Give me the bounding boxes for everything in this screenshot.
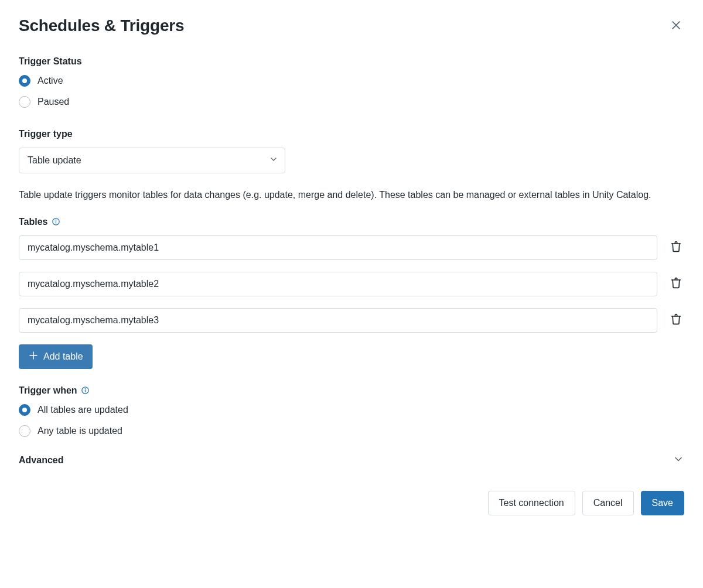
close-button[interactable] (668, 17, 684, 35)
plus-icon (28, 350, 39, 363)
delete-table-button-0[interactable] (668, 238, 684, 257)
trigger-when-group: All tables are updated Any table is upda… (19, 404, 684, 437)
status-option-paused[interactable]: Paused (19, 96, 684, 108)
when-option-any[interactable]: Any table is updated (19, 425, 684, 437)
info-icon[interactable] (81, 386, 90, 395)
trigger-type-label: Trigger type (19, 129, 684, 139)
add-table-label: Add table (43, 351, 83, 362)
trigger-when-label: Trigger when (19, 385, 77, 396)
radio-unselected-icon (19, 425, 30, 437)
trigger-status-label: Trigger Status (19, 56, 684, 67)
radio-selected-icon (19, 75, 30, 87)
table-row (19, 272, 684, 296)
table-input-2[interactable] (19, 308, 657, 333)
when-option-all-label: All tables are updated (37, 405, 128, 415)
status-option-active-label: Active (37, 76, 63, 86)
delete-table-button-1[interactable] (668, 275, 684, 293)
trigger-status-group: Active Paused (19, 75, 684, 108)
when-option-all[interactable]: All tables are updated (19, 404, 684, 416)
tables-list (19, 235, 684, 333)
trigger-type-value: Table update (28, 155, 81, 166)
radio-unselected-icon (19, 96, 30, 108)
table-input-0[interactable] (19, 235, 657, 260)
test-connection-button[interactable]: Test connection (488, 491, 575, 515)
when-option-any-label: Any table is updated (37, 426, 122, 436)
svg-point-4 (56, 220, 56, 220)
trigger-type-description: Table update triggers monitor tables for… (19, 187, 684, 203)
radio-selected-icon (19, 404, 30, 416)
trash-icon (670, 241, 682, 254)
table-input-1[interactable] (19, 272, 657, 296)
status-option-active[interactable]: Active (19, 75, 684, 87)
tables-label: Tables (19, 217, 48, 227)
save-button[interactable]: Save (641, 491, 684, 515)
info-icon[interactable] (52, 217, 60, 226)
trash-icon (670, 313, 682, 327)
advanced-toggle[interactable]: Advanced (19, 453, 684, 467)
trigger-type-select[interactable]: Table update (19, 148, 285, 173)
cancel-button[interactable]: Cancel (582, 491, 634, 515)
page-title: Schedules & Triggers (19, 16, 184, 35)
svg-point-9 (85, 388, 86, 389)
advanced-label: Advanced (19, 455, 63, 466)
table-row (19, 308, 684, 333)
chevron-down-icon (673, 453, 684, 467)
trash-icon (670, 277, 682, 290)
delete-table-button-2[interactable] (668, 311, 684, 329)
add-table-button[interactable]: Add table (19, 344, 93, 369)
close-icon (670, 24, 682, 33)
status-option-paused-label: Paused (37, 97, 69, 107)
table-row (19, 235, 684, 260)
